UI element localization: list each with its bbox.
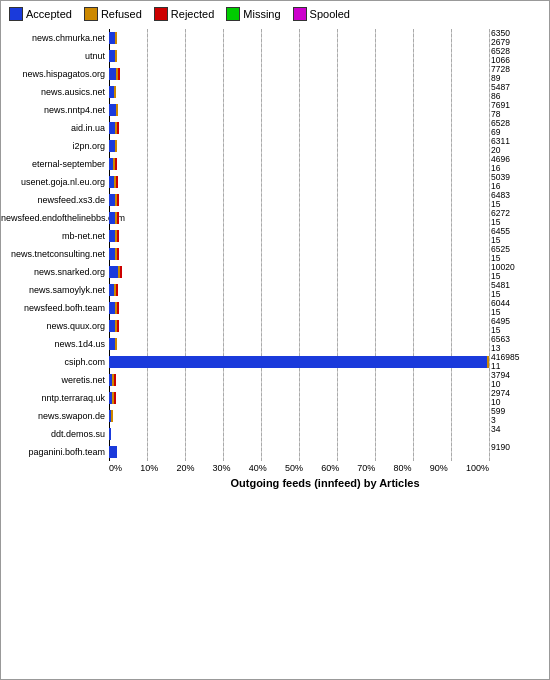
bar-rejected xyxy=(117,122,119,134)
row-label: paganini.bofh.team xyxy=(1,443,105,461)
table-row: news.hispagatos.org772889 xyxy=(109,65,541,83)
bars-wrapper: 469616 xyxy=(109,155,489,173)
row-label: news.swapon.de xyxy=(1,407,105,425)
row-label: news.nntp4.net xyxy=(1,101,105,119)
x-axis: 0%10%20%30%40%50%60%70%80%90%100% xyxy=(109,463,489,473)
legend-item-spooled: Spooled xyxy=(293,7,350,21)
bar-numbers: 379410 xyxy=(491,371,510,389)
bar-numbers: 503916 xyxy=(491,173,510,191)
bar-numbers: 63502679 xyxy=(491,29,510,47)
rejected-legend-label: Rejected xyxy=(171,8,214,20)
table-row: news.snarked.org1002015 xyxy=(109,263,541,281)
refused-legend-label: Refused xyxy=(101,8,142,20)
bar-accepted xyxy=(109,356,487,368)
bar-rejected xyxy=(118,68,120,80)
legend-item-missing: Missing xyxy=(226,7,280,21)
table-row: news.nntp4.net769178 xyxy=(109,101,541,119)
bar-numbers: 769178 xyxy=(491,101,510,119)
rows-container: news.chmurka.net63502679utnut65281066new… xyxy=(109,29,541,461)
row-label: news.hispagatos.org xyxy=(1,65,105,83)
row-label: news.tnetconsulting.net xyxy=(1,245,105,263)
bars-wrapper: 772889 xyxy=(109,65,489,83)
row-label: utnut xyxy=(1,47,105,65)
legend-item-accepted: Accepted xyxy=(9,7,72,21)
bar-numbers: 649515 xyxy=(491,317,510,335)
table-row: weretis.net379410 xyxy=(109,371,541,389)
legend-item-rejected: Rejected xyxy=(154,7,214,21)
row-label: news.quux.org xyxy=(1,317,105,335)
bar-numbers: 1002015 xyxy=(491,263,515,281)
table-row: newsfeed.bofh.team604415 xyxy=(109,299,541,317)
bar-numbers: 65281066 xyxy=(491,47,510,65)
x-axis-label: 60% xyxy=(321,463,339,473)
accepted-legend-box xyxy=(9,7,23,21)
x-axis-label: 50% xyxy=(285,463,303,473)
row-label: newsfeed.xs3.de xyxy=(1,191,105,209)
bars-wrapper: 652515 xyxy=(109,245,489,263)
bars-wrapper: 503916 xyxy=(109,173,489,191)
bars-wrapper: 41698511 xyxy=(109,353,489,371)
x-axis-label: 100% xyxy=(466,463,489,473)
bars-wrapper: 645515 xyxy=(109,227,489,245)
bar-rejected xyxy=(116,176,118,188)
bars-wrapper: 656313 xyxy=(109,335,489,353)
bars-wrapper: 63502679 xyxy=(109,29,489,47)
row-label: eternal-september xyxy=(1,155,105,173)
accepted-count: 9190 xyxy=(491,443,510,452)
chart-area: news.chmurka.net63502679utnut65281066new… xyxy=(109,29,541,461)
accepted-count: 34 xyxy=(491,425,500,434)
row-label: news.snarked.org xyxy=(1,263,105,281)
table-row: aid.in.ua652869 xyxy=(109,119,541,137)
legend-item-refused: Refused xyxy=(84,7,142,21)
bar-accepted xyxy=(109,446,117,458)
bars-wrapper: 65281066 xyxy=(109,47,489,65)
table-row: newsfeed.endofthelinebbs.com627215 xyxy=(109,209,541,227)
x-axis-label: 70% xyxy=(357,463,375,473)
x-axis-label: 0% xyxy=(109,463,122,473)
refused-legend-box xyxy=(84,7,98,21)
bar-rejected xyxy=(117,248,119,260)
table-row: eternal-september469616 xyxy=(109,155,541,173)
bars-wrapper: 604415 xyxy=(109,299,489,317)
table-row: i2pn.org631120 xyxy=(109,137,541,155)
x-axis-label: 30% xyxy=(213,463,231,473)
bar-refused xyxy=(114,86,116,98)
row-label: nntp.terraraq.uk xyxy=(1,389,105,407)
bar-refused xyxy=(115,338,117,350)
table-row: usenet.goja.nl.eu.org503916 xyxy=(109,173,541,191)
bar-rejected xyxy=(114,392,116,404)
bar-rejected xyxy=(117,212,119,224)
bar-numbers: 652869 xyxy=(491,119,510,137)
row-label: ddt.demos.su xyxy=(1,425,105,443)
table-row: mb-net.net645515 xyxy=(109,227,541,245)
row-label: news.1d4.us xyxy=(1,335,105,353)
table-row: news.chmurka.net63502679 xyxy=(109,29,541,47)
bar-numbers: 772889 xyxy=(491,65,510,83)
legend: AcceptedRefusedRejectedMissingSpooled xyxy=(1,1,549,27)
x-axis-label: 10% xyxy=(140,463,158,473)
accepted-legend-label: Accepted xyxy=(26,8,72,20)
bar-refused xyxy=(487,356,489,368)
table-row: newsfeed.xs3.de648315 xyxy=(109,191,541,209)
row-label: aid.in.ua xyxy=(1,119,105,137)
table-row: news.swapon.de5993 xyxy=(109,407,541,425)
spooled-legend-box xyxy=(293,7,307,21)
table-row: paganini.bofh.team9190 xyxy=(109,443,541,461)
bars-wrapper: 648315 xyxy=(109,191,489,209)
bar-rejected xyxy=(116,284,118,296)
bar-refused xyxy=(115,140,117,152)
bars-wrapper: 1002015 xyxy=(109,263,489,281)
missing-legend-label: Missing xyxy=(243,8,280,20)
x-axis-label: 90% xyxy=(430,463,448,473)
bar-numbers: 548786 xyxy=(491,83,510,101)
bar-refused xyxy=(111,410,113,422)
bar-numbers: 645515 xyxy=(491,227,510,245)
bar-numbers: 627215 xyxy=(491,209,510,227)
bar-rejected xyxy=(115,158,117,170)
bar-rejected xyxy=(117,302,119,314)
bar-numbers: 656313 xyxy=(491,335,510,353)
bar-numbers: 631120 xyxy=(491,137,510,155)
bars-wrapper: 652869 xyxy=(109,119,489,137)
row-label: news.chmurka.net xyxy=(1,29,105,47)
bars-wrapper: 649515 xyxy=(109,317,489,335)
